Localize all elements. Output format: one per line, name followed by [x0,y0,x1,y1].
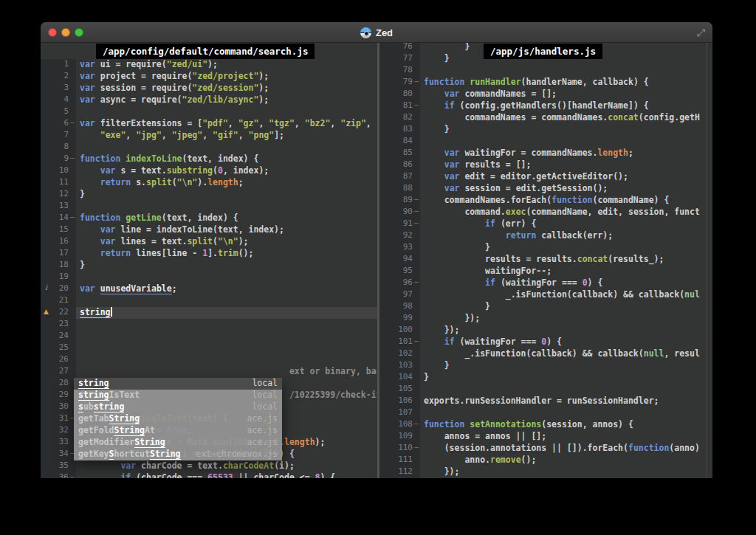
line-number[interactable]: 29 [52,390,69,401]
editor-line[interactable]: 83 } [379,124,712,136]
completion-item[interactable]: getFoldStringAtace.js [74,425,282,437]
scrollbar-track[interactable] [707,43,707,478]
line-number[interactable]: 6 [52,118,69,130]
line-number[interactable]: 102 [391,348,413,360]
editor-line[interactable]: 99 }); [379,313,712,325]
line-number[interactable]: 32 [52,425,69,437]
editor-line[interactable]: 95 waitingFor--; [379,266,712,277]
editor-line[interactable]: 4var async = require("zed/lib/async"); [41,94,377,106]
completion-item-selected[interactable]: stringlocal [74,378,282,390]
line-number[interactable]: 88 [391,183,413,195]
editor-line[interactable]: 36‒ if (charCode === 65533 || charCode <… [41,472,377,478]
line-number[interactable]: 5 [52,106,69,118]
line-number[interactable]: 17 [52,248,69,260]
editor-line[interactable]: 93 } [379,242,712,254]
line-number[interactable]: 30 [52,401,69,413]
line-number[interactable]: 98 [391,301,413,313]
line-number[interactable]: 90 [391,207,413,218]
line-number[interactable]: 81 [391,100,413,112]
completion-item[interactable]: getModifierStringace.js [74,437,282,449]
line-number[interactable]: 11 [52,177,69,189]
editor-line[interactable]: 15 var line = indexToLine(text, index); [41,224,377,236]
left-editor-pane[interactable]: 1var ui = require("zed/ui");2var project… [41,43,377,478]
line-number[interactable]: 86 [391,159,413,171]
editor-line[interactable]: 104} [379,372,712,384]
line-number[interactable]: 34 [52,449,69,460]
editor-line[interactable]: 110‒ (session.annotations || []).forEach… [379,443,712,455]
editor-line[interactable]: 90‒ command.exec(commandName, edit, sess… [379,207,712,218]
line-number[interactable]: 89 [391,195,413,207]
editor-line[interactable]: 92 return callback(err); [379,230,712,242]
line-number[interactable]: 13 [52,201,69,213]
tab-search-js[interactable]: /app/config/default/command/search.js [96,44,315,59]
editor-line[interactable]: 81‒ if (config.getHandlers()[handlerName… [379,100,712,112]
line-number[interactable]: 18 [52,260,69,272]
editor-line[interactable]: 21 [41,295,377,307]
editor-line[interactable]: 19 [41,272,377,283]
editor-line[interactable]: 103 } [379,360,712,372]
editor-line[interactable]: 35 var charCode = text.charCodeAt(i); [41,460,377,472]
line-number[interactable]: 112 [391,466,413,478]
fold-marker-icon[interactable]: ‒ [413,195,420,207]
fold-marker-icon[interactable]: ‒ [413,443,420,455]
line-number[interactable]: 31 [52,413,69,425]
fold-marker-icon[interactable]: ‒ [69,213,76,224]
editor-line[interactable]: 16 var lines = text.split("\n"); [41,236,377,248]
line-number[interactable]: 107 [391,407,413,419]
editor-line[interactable]: 8 [41,142,377,153]
line-number[interactable]: 16 [52,236,69,248]
editor-line[interactable]: 85 var waitingFor = commandNames.length; [379,148,712,159]
line-number[interactable]: 105 [391,384,413,396]
editor-line[interactable]: 14‒function getLine(text, index) { [41,213,377,224]
line-number[interactable]: 15 [52,224,69,236]
line-number[interactable]: 92 [391,230,413,242]
editor-line[interactable]: 87 var edit = editor.getActiveEditor(); [379,171,712,183]
line-number[interactable]: 8 [52,142,69,153]
line-number[interactable]: 94 [391,254,413,266]
editor-line[interactable]: 89‒ commandNames.forEach(function(comman… [379,195,712,207]
line-number[interactable]: 24 [52,331,69,342]
editor-line[interactable]: 100 }); [379,325,712,336]
completion-item[interactable]: stringIsTextlocal [74,390,282,401]
line-number[interactable]: 33 [52,437,69,449]
line-number[interactable]: 3 [52,83,69,94]
editor-line[interactable]: 9‒function indexToLine(text, index) { [41,153,377,165]
line-number[interactable]: 97 [391,289,413,301]
line-number[interactable]: 110 [391,443,413,455]
line-number[interactable]: 19 [52,272,69,283]
line-number[interactable]: 83 [391,124,413,136]
line-number[interactable]: 23 [52,319,69,331]
editor-line[interactable]: 27 ext or binary, based [41,366,377,378]
editor-line[interactable]: 109 annos = annos || []; [379,431,712,443]
editor-line[interactable]: 102 _.isFunction(callback) && callback(n… [379,348,712,360]
line-number[interactable]: 111 [391,455,413,466]
right-editor-pane[interactable]: 76 }77 }7879‒function runHandler(handler… [379,43,712,478]
line-number[interactable]: 82 [391,112,413,124]
line-number[interactable]: 101 [391,336,413,348]
editor-line[interactable]: ▲22string [41,307,377,319]
line-number[interactable]: 7 [52,130,69,142]
editor-line[interactable]: 78 [379,65,712,77]
editor-line[interactable]: 11 return s.split("\n").length; [41,177,377,189]
line-number[interactable]: 109 [391,431,413,443]
editor-line[interactable]: 25 [41,342,377,354]
editor-line[interactable]: 98 } [379,301,712,313]
editor-line[interactable]: 2var project = require("zed/project"); [41,71,377,83]
editor-line[interactable]: 106exports.runSessionHandler = runSessio… [379,396,712,407]
fold-marker-icon[interactable]: ‒ [69,472,76,478]
line-number[interactable]: 106 [391,396,413,407]
line-number[interactable]: 108 [391,419,413,431]
editor-line[interactable]: 5 [41,106,377,118]
fold-marker-icon[interactable]: ‒ [413,218,420,230]
completion-item[interactable]: getTabStringace.js [74,413,282,425]
line-number[interactable]: 96 [391,277,413,289]
editor-line[interactable]: 108‒function setAnnotations(session, ann… [379,419,712,431]
line-number[interactable]: 21 [52,295,69,307]
editor-line[interactable]: 12} [41,189,377,201]
fold-marker-icon[interactable]: ‒ [69,153,76,165]
tab-handlers-js[interactable]: /app/js/handlers.js [484,44,602,59]
editor-line[interactable]: 91‒ if (err) { [379,218,712,230]
line-number[interactable]: 22 [52,307,69,319]
line-number[interactable]: 80 [391,89,413,100]
editor-line[interactable]: 1var ui = require("zed/ui"); [41,59,377,71]
